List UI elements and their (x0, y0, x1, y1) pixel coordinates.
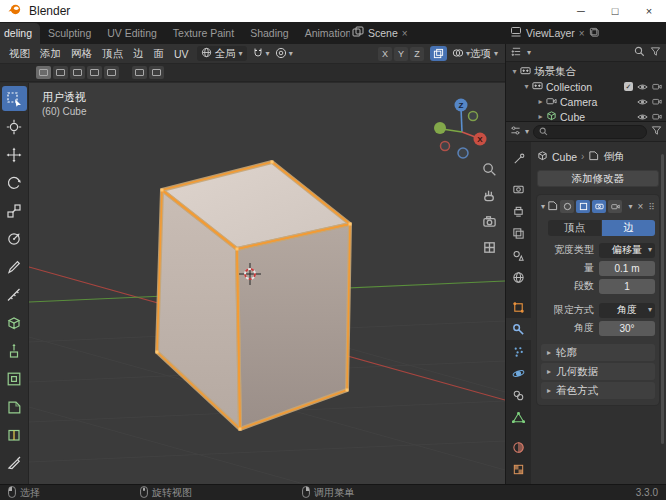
tab-output[interactable] (506, 200, 531, 222)
tool-annotate[interactable] (2, 254, 27, 279)
tab-particles[interactable] (506, 340, 531, 362)
eye-icon[interactable] (637, 111, 648, 122)
select-mode-extend-button[interactable] (53, 66, 68, 79)
tab-object[interactable] (506, 296, 531, 318)
outliner-row-collection[interactable]: ▾ Collection ✓ (506, 79, 666, 94)
tab-object-data[interactable] (506, 406, 531, 428)
outliner-row-camera[interactable]: ▸ Camera (506, 94, 666, 109)
tool-extrude-region[interactable] (2, 338, 27, 363)
tool-add-cube[interactable] (2, 310, 27, 335)
eye-icon[interactable] (637, 81, 648, 93)
breadcrumb-object[interactable]: Cube (552, 151, 577, 163)
scene-unlink-icon[interactable]: × (402, 28, 408, 39)
render-display-toggle[interactable] (608, 200, 622, 213)
properties-search-input[interactable] (533, 125, 647, 139)
tab-tool[interactable] (506, 148, 531, 170)
tab-animation[interactable]: Animation (297, 23, 350, 44)
xray-toggle[interactable] (430, 46, 447, 61)
tab-view-layer[interactable] (506, 222, 531, 244)
limit-method-dropdown[interactable]: 角度 ▾ (599, 303, 655, 318)
edit-mode-display-toggle[interactable] (576, 200, 590, 213)
overlays-dropdown[interactable]: ▾ (452, 47, 470, 61)
tab-physics[interactable] (506, 362, 531, 384)
tool-bevel[interactable] (2, 394, 27, 419)
mirror-x-toggle[interactable]: X (378, 47, 392, 61)
menu-face[interactable]: 面 (149, 47, 170, 61)
tool-scale[interactable] (2, 198, 27, 223)
exclude-checkbox[interactable]: ✓ (624, 82, 633, 91)
tool-settings-extra-1[interactable] (132, 66, 147, 79)
tab-material[interactable] (506, 436, 531, 458)
chevron-down-icon[interactable]: ▾ (521, 82, 532, 91)
cube-object[interactable] (156, 161, 352, 431)
tab-texture[interactable] (506, 458, 531, 480)
tab-modifiers[interactable] (506, 318, 531, 340)
options-dropdown[interactable]: 选项 ▾ (470, 47, 501, 61)
transform-orientation-dropdown[interactable]: 全局 ▾ (197, 46, 247, 61)
segments-field[interactable]: 1 (599, 279, 655, 294)
affect-edges-tab[interactable]: 边 (602, 220, 655, 236)
view-layer-selector[interactable]: ViewLayer × (510, 22, 600, 44)
tool-loop-cut[interactable] (2, 422, 27, 447)
properties-scrollbar[interactable] (661, 154, 664, 444)
angle-field[interactable]: 30° (599, 321, 655, 336)
scene-selector[interactable]: Scene × (352, 22, 408, 44)
menu-uv[interactable]: UV (169, 48, 194, 60)
select-mode-subtract-button[interactable] (70, 66, 85, 79)
camera-toggle-icon[interactable] (652, 96, 662, 108)
gizmo-neg-z-ball[interactable] (458, 148, 468, 158)
filter-icon[interactable] (651, 125, 662, 138)
select-mode-intersect-button[interactable] (104, 66, 119, 79)
close-button[interactable]: × (632, 0, 666, 22)
search-icon[interactable] (634, 46, 645, 59)
tab-scene[interactable] (506, 244, 531, 266)
amount-field[interactable]: 0.1 m (599, 261, 655, 276)
tab-modeling[interactable]: deling (0, 23, 40, 44)
viewport-canvas[interactable]: Z X (29, 83, 505, 484)
viewport-3d[interactable]: Z X 用户透视 (60) Cube (29, 83, 505, 484)
pan-hand-icon[interactable] (481, 187, 498, 204)
modifier-close-icon[interactable]: × (634, 201, 646, 212)
view-layer-unlink-icon[interactable]: × (579, 28, 585, 39)
select-mode-invert-button[interactable] (87, 66, 102, 79)
tool-measure[interactable] (2, 282, 27, 307)
width-type-dropdown[interactable]: 偏移量 ▾ (599, 243, 655, 258)
gizmo-neg-y-ball[interactable] (469, 112, 478, 121)
tool-settings-extra-2[interactable] (149, 66, 164, 79)
filter-icon[interactable] (650, 46, 661, 59)
maximize-button[interactable]: □ (598, 0, 632, 22)
drag-handle-icon[interactable]: ⠿ (648, 202, 655, 212)
minimize-button[interactable]: ─ (564, 0, 598, 22)
tool-move[interactable] (2, 142, 27, 167)
tool-select-box[interactable] (2, 86, 27, 111)
modifier-extras-icon[interactable]: ▾ (628, 203, 632, 211)
on-cage-toggle[interactable] (560, 200, 574, 213)
menu-add[interactable]: 添加 (35, 47, 66, 61)
tab-uv-editing[interactable]: UV Editing (99, 23, 165, 44)
chevron-right-icon[interactable]: ▸ (535, 112, 546, 121)
gizmo-y-ball[interactable] (434, 122, 446, 134)
proportional-editing-dropdown[interactable]: ▾ (275, 47, 293, 61)
navigation-gizmo[interactable]: Z X (434, 99, 487, 159)
camera-view-icon[interactable] (481, 213, 498, 230)
menu-vertex[interactable]: 顶点 (97, 47, 128, 61)
new-layer-icon[interactable] (589, 27, 600, 40)
chevron-right-icon[interactable]: ▸ (535, 97, 546, 106)
profile-subpanel-header[interactable]: ▸ 轮廓 (541, 344, 655, 361)
outliner-editor-icon[interactable] (511, 46, 522, 59)
tool-rotate[interactable] (2, 170, 27, 195)
menu-view[interactable]: 视图 (4, 47, 35, 61)
tool-transform[interactable] (2, 226, 27, 251)
tab-constraints[interactable] (506, 384, 531, 406)
camera-toggle-icon[interactable] (652, 81, 662, 93)
shading-subpanel-header[interactable]: ▸ 着色方式 (541, 382, 655, 399)
menu-edge[interactable]: 边 (128, 47, 149, 61)
tab-render[interactable] (506, 178, 531, 200)
tab-shading[interactable]: Shading (242, 23, 297, 44)
tool-knife[interactable] (2, 450, 27, 475)
zoom-icon[interactable] (481, 161, 498, 178)
chevron-down-icon[interactable]: ▾ (541, 203, 545, 211)
geometry-subpanel-header[interactable]: ▸ 几何数据 (541, 363, 655, 380)
chevron-down-icon[interactable]: ▾ (509, 67, 520, 76)
mirror-z-toggle[interactable]: Z (410, 47, 424, 61)
